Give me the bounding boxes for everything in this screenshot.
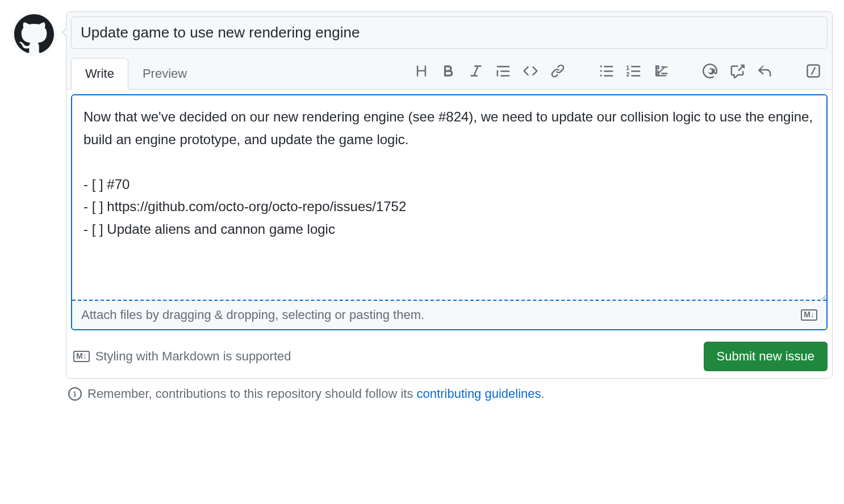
quote-icon[interactable] xyxy=(496,64,511,78)
markdown-toolbar xyxy=(201,64,828,84)
avatar-column xyxy=(11,11,57,401)
attach-files-bar[interactable]: Attach files by dragging & dropping, sel… xyxy=(72,300,826,329)
avatar xyxy=(11,11,57,57)
contributing-notice: Remember, contributions to this reposito… xyxy=(68,387,833,401)
slash-commands-icon[interactable] xyxy=(806,64,821,78)
mention-icon[interactable] xyxy=(703,64,717,78)
issue-body-textarea[interactable] xyxy=(72,95,826,300)
markdown-badge-icon: M↓ xyxy=(73,351,90,362)
attach-hint-text: Attach files by dragging & dropping, sel… xyxy=(81,308,424,322)
ordered-list-icon[interactable] xyxy=(626,64,641,78)
issue-composer: Write Preview xyxy=(11,11,833,401)
link-icon[interactable] xyxy=(550,64,565,78)
contributing-guidelines-link[interactable]: contributing guidelines xyxy=(417,387,541,401)
heading-icon[interactable] xyxy=(414,64,429,78)
code-icon[interactable] xyxy=(523,64,538,78)
notice-suffix: . xyxy=(541,387,545,401)
tab-write[interactable]: Write xyxy=(71,58,128,90)
unordered-list-icon[interactable] xyxy=(599,64,614,78)
composer-main: Write Preview xyxy=(66,11,833,401)
composer-footer: M↓ Styling with Markdown is supported Su… xyxy=(66,335,832,378)
svg-line-1 xyxy=(812,67,816,74)
comment-box: Write Preview xyxy=(66,11,833,379)
submit-new-issue-button[interactable]: Submit new issue xyxy=(704,342,828,371)
tab-preview[interactable]: Preview xyxy=(128,58,201,90)
markdown-badge-icon: M↓ xyxy=(801,309,817,320)
cross-reference-icon[interactable] xyxy=(730,64,745,78)
tab-bar: Write Preview xyxy=(66,49,832,90)
reply-icon[interactable] xyxy=(757,64,772,78)
notice-prefix: Remember, contributions to this reposito… xyxy=(87,387,417,401)
bold-icon[interactable] xyxy=(441,64,456,78)
editor-wrap: Attach files by dragging & dropping, sel… xyxy=(71,94,828,330)
body-area: Attach files by dragging & dropping, sel… xyxy=(66,90,832,335)
notice-text: Remember, contributions to this reposito… xyxy=(87,387,545,401)
tabs: Write Preview xyxy=(71,58,201,90)
tasklist-icon[interactable] xyxy=(654,64,668,78)
info-icon xyxy=(68,387,82,401)
issue-title-input[interactable] xyxy=(71,16,828,49)
markdown-hint-text: Styling with Markdown is supported xyxy=(95,349,291,364)
markdown-support-hint[interactable]: M↓ Styling with Markdown is supported xyxy=(73,349,291,364)
italic-icon[interactable] xyxy=(469,64,483,78)
title-area xyxy=(66,12,832,49)
